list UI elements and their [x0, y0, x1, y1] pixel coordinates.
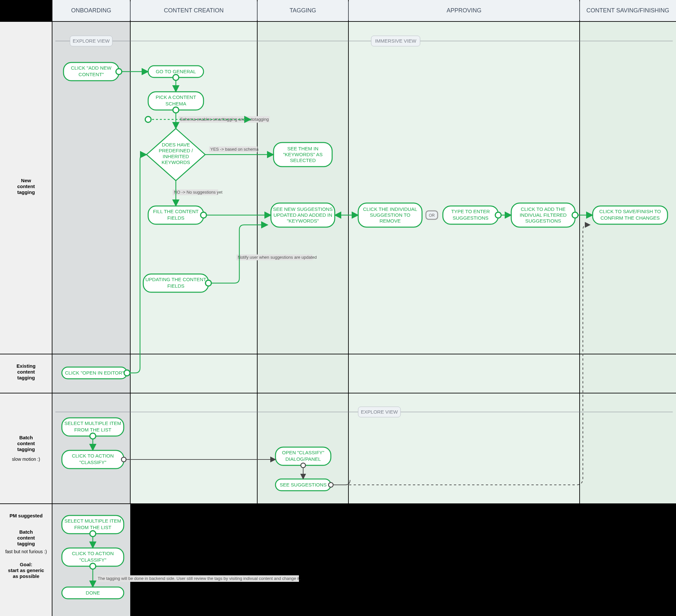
view-pill-immersive: IMMERSIVE VIEW: [375, 38, 417, 44]
svg-text:start as generic: start as generic: [8, 567, 44, 573]
svg-rect-11: [130, 354, 257, 393]
svg-text:CLICK TO ADD THE: CLICK TO ADD THE: [521, 206, 566, 212]
svg-text:KEYWORDS: KEYWORDS: [162, 160, 190, 165]
svg-text:tagging: tagging: [17, 189, 35, 195]
svg-text:CONTENT CREATION: CONTENT CREATION: [164, 7, 223, 14]
svg-text:CLICK THE INDIVIDUAL: CLICK THE INDIVIDUAL: [363, 206, 417, 212]
svg-text:FIELDS: FIELDS: [167, 283, 185, 289]
svg-text:FIELDS: FIELDS: [167, 215, 185, 221]
svg-text:CONTENT": CONTENT": [78, 72, 104, 77]
svg-text:"CLASSIFY": "CLASSIFY": [79, 459, 106, 465]
svg-rect-9: [580, 21, 676, 354]
svg-text:CLICK "OPEN IN EDITOR": CLICK "OPEN IN EDITOR": [65, 370, 124, 375]
svg-text:DOES HAVE: DOES HAVE: [162, 142, 190, 147]
svg-text:CLICK TO ACTION: CLICK TO ACTION: [72, 453, 114, 458]
svg-text:TAGGING: TAGGING: [289, 7, 316, 14]
view-pill-explore2: EXPLORE VIEW: [361, 409, 398, 415]
svg-text:CONTENT SAVING/FINISHING: CONTENT SAVING/FINISHING: [586, 7, 669, 14]
svg-text:OPEN "CLASSIFY": OPEN "CLASSIFY": [282, 450, 324, 455]
svg-text:CLICK TO ACTION: CLICK TO ACTION: [72, 551, 114, 556]
svg-text:CLICK "ADD NEW: CLICK "ADD NEW: [71, 65, 112, 71]
svg-text:tagging: tagging: [17, 446, 35, 452]
svg-text:Batch: Batch: [19, 435, 33, 440]
svg-text:content: content: [17, 184, 35, 189]
svg-text:SUGGESTIONS: SUGGESTIONS: [453, 215, 489, 221]
svg-text:OR: OR: [429, 213, 435, 218]
svg-text:Batch: Batch: [19, 529, 33, 535]
svg-rect-4: [0, 21, 52, 616]
svg-rect-14: [580, 354, 676, 393]
svg-text:SEE THEM IN: SEE THEM IN: [287, 146, 319, 151]
svg-text:APPROVING: APPROVING: [446, 7, 481, 14]
svg-rect-15: [52, 393, 130, 504]
svg-text:tagging: tagging: [17, 541, 35, 546]
svg-text:FROM THE LIST: FROM THE LIST: [74, 427, 111, 432]
svg-text:as possible: as possible: [13, 573, 40, 579]
view-pill-explore: EXPLORE VIEW: [73, 38, 110, 44]
svg-text:SEE SUGGESTIONS: SEE SUGGESTIONS: [280, 482, 327, 487]
svg-text:FROM THE LIST: FROM THE LIST: [74, 525, 111, 530]
svg-text:REMOVE: REMOVE: [379, 218, 400, 224]
svg-text:content: content: [17, 369, 35, 375]
svg-rect-8: [348, 21, 580, 354]
svg-text:SUGGESTIONS: SUGGESTIONS: [525, 218, 561, 224]
svg-text:"CLASSIFY": "CLASSIFY": [79, 557, 106, 563]
svg-text:CONFIRM THE CHANGES: CONFIRM THE CHANGES: [601, 215, 660, 221]
svg-text:SUGGESTION TO: SUGGESTION TO: [370, 212, 410, 218]
svg-text:PREDEFINED /: PREDEFINED /: [159, 148, 193, 153]
svg-text:Existing: Existing: [17, 363, 36, 369]
svg-text:TYPE TO ENTER: TYPE TO ENTER: [451, 208, 490, 214]
svg-text:Schema enables smarttagging an: Schema enables smarttagging and autotagg…: [180, 117, 269, 122]
svg-text:FILL THE CONTENT: FILL THE CONTENT: [153, 208, 199, 214]
svg-text:PICK A CONTENT: PICK A CONTENT: [156, 95, 196, 100]
svg-text:PM suggested: PM suggested: [9, 513, 43, 518]
svg-rect-12: [257, 354, 348, 393]
svg-text:fast but not furious :): fast but not furious :): [5, 549, 47, 554]
svg-text:New: New: [21, 178, 31, 183]
svg-text:content: content: [17, 441, 35, 446]
svg-text:YES -> based on schema: YES -> based on schema: [210, 147, 259, 151]
svg-text:The tagging will be done in ba: The tagging will be done in backend side…: [98, 576, 300, 581]
svg-text:"KEYWORDS" AS: "KEYWORDS" AS: [283, 151, 323, 157]
svg-rect-3: [52, 0, 676, 21]
svg-text:INDIVUAL FILTERED: INDIVUAL FILTERED: [520, 212, 567, 218]
svg-text:slow motion :): slow motion :): [12, 456, 40, 462]
svg-rect-19: [580, 393, 676, 504]
svg-text:INHERITED: INHERITED: [163, 153, 189, 159]
svg-text:content: content: [17, 535, 35, 541]
svg-text:NO -> No suggestions yet: NO -> No suggestions yet: [174, 190, 223, 195]
svg-text:DONE: DONE: [86, 590, 100, 596]
svg-rect-7: [257, 21, 348, 354]
svg-text:GO TO GENERAL: GO TO GENERAL: [156, 69, 196, 74]
svg-text:CLICK TO SAVE/FINISH TO: CLICK TO SAVE/FINISH TO: [599, 208, 661, 214]
svg-text:SCHEMA: SCHEMA: [165, 101, 186, 106]
svg-text:SELECT MULTIPLE ITEM: SELECT MULTIPLE ITEM: [64, 420, 121, 426]
svg-text:SELECTED: SELECTED: [290, 158, 316, 163]
svg-text:DIALOG/PANEL: DIALOG/PANEL: [286, 456, 321, 462]
svg-text:UPDATING THE CONTENT: UPDATING THE CONTENT: [146, 276, 207, 282]
svg-text:Notify user when suggestions a: Notify user when suggestions are updated: [238, 255, 317, 260]
svg-text:tagging: tagging: [17, 375, 35, 380]
svg-text:UPDATED AND ADDED IN: UPDATED AND ADDED IN: [274, 212, 332, 218]
svg-rect-16: [130, 393, 257, 504]
svg-rect-2: [0, 0, 52, 21]
svg-text:SELECT MULTIPLE ITEM: SELECT MULTIPLE ITEM: [64, 518, 121, 523]
svg-text:Goal:: Goal:: [20, 562, 32, 567]
svg-text:"KEYWORDS": "KEYWORDS": [287, 218, 319, 224]
flowchart-diagram: ONBOARDING CONTENT CREATION TAGGING APPR…: [0, 0, 676, 616]
svg-text:SEE NEW SUGGESTIONS: SEE NEW SUGGESTIONS: [273, 206, 332, 212]
svg-rect-21: [130, 504, 676, 616]
svg-text:ONBOARDING: ONBOARDING: [71, 7, 111, 14]
svg-rect-13: [348, 354, 580, 393]
